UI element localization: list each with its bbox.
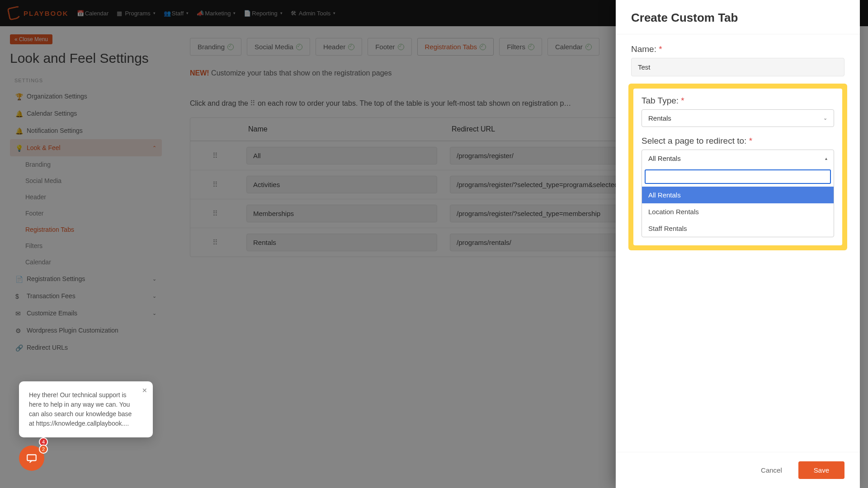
tab-footer[interactable]: Footer — [368, 38, 411, 56]
redirect-option-staff-rentals[interactable]: Staff Rentals — [642, 220, 834, 237]
redirect-option-all-rentals[interactable]: All Rentals — [642, 187, 834, 203]
sidebar-item-customize-emails[interactable]: ✉ Customize Emails ⌄ — [10, 305, 162, 322]
redirect-label: Select a page to redirect to: * — [642, 136, 834, 146]
chevron-down-icon: ⌄ — [152, 310, 156, 316]
required-asterisk: * — [681, 96, 684, 105]
check-icon — [528, 44, 534, 50]
settings-caption: SETTINGS — [14, 78, 162, 83]
drag-handle[interactable]: ⠿ — [190, 228, 240, 257]
col-name: Name — [240, 118, 443, 141]
col-drag — [190, 118, 240, 141]
row-name-input[interactable] — [246, 176, 437, 193]
check-icon — [296, 44, 302, 50]
svg-rect-0 — [27, 455, 36, 460]
row-name-input[interactable] — [246, 234, 437, 251]
check-icon — [227, 44, 234, 50]
chevron-down-icon: ⌄ — [152, 293, 156, 299]
sidebar-sub-registration-tabs[interactable]: Registration Tabs — [10, 221, 162, 238]
highlighted-section: Tab Type: * Rentals ⌄ Select a page to r… — [628, 84, 847, 250]
redirect-option-location-rentals[interactable]: Location Rentals — [642, 203, 834, 220]
link-icon: 🔗 — [15, 344, 22, 351]
sidebar-item-wordpress-plugin[interactable]: ⚙ Wordpress Plugin Customization — [10, 322, 162, 339]
sidebar-sub-filters[interactable]: Filters — [10, 238, 162, 254]
chevron-down-icon: ⌄ — [152, 276, 156, 282]
sidebar-item-transaction-fees[interactable]: $ Transaction Fees ⌄ — [10, 287, 162, 305]
sidebar-item-redirect-urls[interactable]: 🔗 Redirect URLs — [10, 339, 162, 356]
doc-icon: 📄 — [15, 276, 22, 282]
sidebar-sub-branding[interactable]: Branding — [10, 156, 162, 173]
create-custom-tab-panel: Create Custom Tab Name: * Tab Type: * Re… — [616, 0, 860, 488]
drag-handle[interactable]: ⠿ — [190, 170, 240, 199]
row-name-input[interactable] — [246, 205, 437, 222]
bulb-icon: 💡 — [15, 145, 22, 151]
nav-reporting[interactable]: 📄 Reporting — [244, 10, 282, 17]
tab-registration-tabs[interactable]: Registration Tabs — [417, 38, 494, 56]
gear-icon: ⚙ — [15, 327, 22, 334]
panel-body: Name: * Tab Type: * Rentals ⌄ Select a p… — [616, 34, 860, 452]
check-icon — [585, 44, 592, 50]
calendar-icon: 📅 — [77, 10, 83, 16]
sidebar-item-org-settings[interactable]: 🏆 Organization Settings — [10, 88, 162, 105]
chevron-down-icon: ⌄ — [823, 115, 827, 121]
chat-icon — [26, 452, 38, 464]
grid-icon: ▦ — [117, 10, 123, 16]
sidebar-item-registration-settings[interactable]: 📄 Registration Settings ⌄ — [10, 270, 162, 287]
redirect-search-input[interactable] — [645, 169, 831, 184]
name-input[interactable] — [631, 58, 844, 76]
tabtype-select[interactable]: Rentals ⌄ — [642, 109, 834, 127]
megaphone-icon: 📣 — [197, 10, 203, 16]
sidebar-item-notification-settings[interactable]: 🔔 Notification Settings — [10, 122, 162, 139]
check-icon — [348, 44, 354, 50]
required-asterisk: * — [749, 136, 752, 145]
sidebar-sub-footer[interactable]: Footer — [10, 205, 162, 221]
page-title: Look and Feel Settings — [10, 51, 162, 66]
close-icon[interactable]: ✕ — [142, 386, 147, 395]
check-icon — [480, 44, 486, 50]
required-asterisk: * — [659, 44, 662, 54]
redirect-combobox[interactable]: All Rentals ▴ All Rentals Location Renta… — [642, 150, 834, 237]
badge-orange: 2 — [39, 445, 48, 454]
support-tooltip: ✕ Hey there! Our technical support is he… — [19, 381, 153, 437]
tab-branding[interactable]: Branding — [190, 38, 241, 56]
trophy-icon: 🏆 — [15, 93, 22, 100]
bell-icon: 🔔 — [15, 110, 22, 117]
nav-programs[interactable]: ▦ Programs — [117, 10, 155, 17]
sidebar-sub-social-media[interactable]: Social Media — [10, 173, 162, 189]
cancel-button[interactable]: Cancel — [751, 461, 792, 479]
nav-marketing[interactable]: 📣 Marketing — [197, 10, 236, 17]
tab-social-media[interactable]: Social Media — [247, 38, 310, 56]
nav-staff[interactable]: 👥 Staff — [164, 10, 189, 17]
dollar-icon: $ — [15, 293, 22, 300]
tools-icon: 🛠 — [291, 10, 297, 16]
drag-handle[interactable]: ⠿ — [190, 199, 240, 228]
sidebar-sub-header[interactable]: Header — [10, 189, 162, 205]
redirect-value-row[interactable]: All Rentals ▴ — [642, 150, 834, 167]
report-icon: 📄 — [244, 10, 250, 16]
brand-logo: PLAYBOOK — [8, 7, 69, 19]
chevron-up-icon: ▴ — [825, 156, 827, 161]
support-text: Hey there! Our technical support is here… — [29, 391, 132, 427]
mail-icon: ✉ — [15, 310, 22, 317]
panel-header: Create Custom Tab — [616, 0, 860, 34]
sidebar-item-look-feel[interactable]: 💡 Look & Feel ⌃ — [10, 139, 162, 156]
sidebar-item-calendar-settings[interactable]: 🔔 Calendar Settings — [10, 105, 162, 122]
close-menu-button[interactable]: « Close Menu — [10, 34, 52, 44]
logo-mark-icon — [7, 5, 22, 20]
tab-filters[interactable]: Filters — [499, 38, 542, 56]
nav-calendar[interactable]: 📅 Calendar — [77, 10, 109, 17]
row-name-input[interactable] — [246, 147, 437, 164]
brand-text: PLAYBOOK — [24, 9, 69, 17]
bell-icon: 🔔 — [15, 127, 22, 134]
panel-footer: Cancel Save — [616, 452, 860, 488]
tab-header[interactable]: Header — [316, 38, 362, 56]
drag-handle-icon: ⠿ — [250, 99, 255, 108]
notification-badges: 4 2 — [39, 437, 48, 454]
people-icon: 👥 — [164, 10, 170, 16]
tab-calendar[interactable]: Calendar — [547, 38, 599, 56]
chevron-up-icon: ⌃ — [152, 145, 156, 151]
nav-admin-tools[interactable]: 🛠 Admin Tools — [291, 10, 336, 17]
panel-title: Create Custom Tab — [631, 11, 844, 25]
save-button[interactable]: Save — [798, 461, 844, 479]
drag-handle[interactable]: ⠿ — [190, 141, 240, 170]
sidebar-sub-calendar[interactable]: Calendar — [10, 254, 162, 270]
